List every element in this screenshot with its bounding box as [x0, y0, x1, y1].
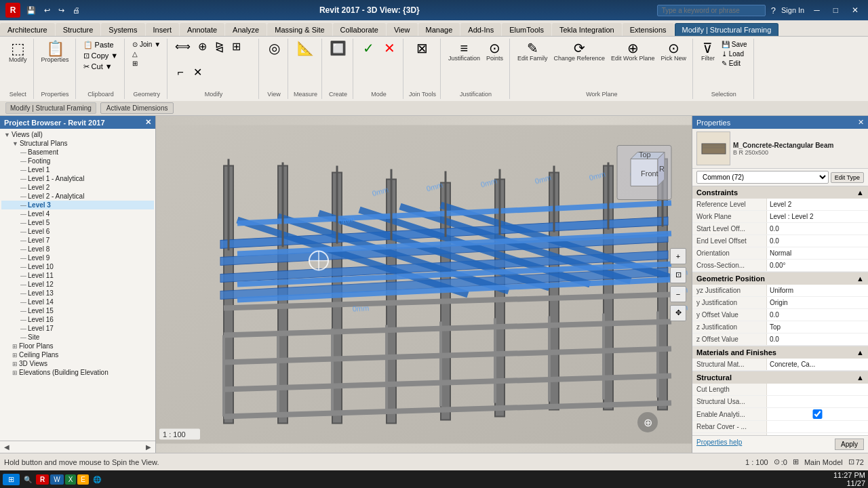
mirror-btn[interactable]: ⧎ — [212, 40, 226, 54]
pick-new-btn[interactable]: ⊙ Pick New — [658, 40, 688, 63]
geometry-btn2[interactable]: △ — [130, 49, 163, 58]
undo-btn[interactable]: ↩ — [42, 5, 52, 16]
tree-item-level7[interactable]: — Level 7 — [1, 236, 154, 245]
create-btn[interactable]: 🔲 — [328, 40, 349, 56]
edit-workplane-btn[interactable]: ⊕ Edit Work Plane — [609, 40, 656, 63]
zoom-out-btn[interactable]: − — [670, 286, 686, 302]
close-btn[interactable]: ✕ — [848, 4, 863, 16]
tree-item-level13[interactable]: — Level 13 — [1, 289, 154, 298]
load-selection-btn[interactable]: ⤓ Load — [719, 49, 749, 58]
reference-level-value[interactable]: Level 2 — [767, 199, 868, 210]
tab-tekla[interactable]: Tekla Integration — [552, 23, 622, 36]
pb-close-btn[interactable]: ✕ — [145, 118, 151, 127]
trim-btn[interactable]: ⌐ — [173, 66, 188, 79]
common-count-dropdown[interactable]: Common (72) — [696, 171, 829, 184]
start-button[interactable]: ⊞ — [3, 474, 20, 485]
materials-header[interactable]: Materials and Finishes ▲ — [692, 346, 868, 359]
cross-section-value[interactable]: 0.00° — [767, 260, 868, 271]
tree-item-level10[interactable]: — Level 10 — [1, 262, 154, 271]
edit-type-btn[interactable]: Edit Type — [831, 172, 864, 183]
tree-item-level4[interactable]: — Level 4 — [1, 209, 154, 218]
tab-elumtools[interactable]: ElumTools — [502, 23, 551, 36]
yz-justification-value[interactable]: Uniform — [767, 285, 868, 296]
join-btn[interactable]: ⊙ Join ▼ — [130, 40, 163, 49]
tree-item-basement[interactable]: — Basement — [1, 148, 154, 157]
tree-item-structural-plans[interactable]: ▼ Structural Plans — [1, 139, 154, 148]
taskbar-search[interactable]: 🔍 — [21, 474, 35, 485]
split-btn[interactable]: ✕ — [190, 66, 205, 79]
modify-btn[interactable]: ⬚ Modify — [7, 40, 29, 64]
taskbar-explorer[interactable]: E — [77, 474, 89, 485]
cut-btn[interactable]: ✂ Cut ▼ — [81, 62, 121, 72]
tree-item-level17[interactable]: — Level 17 — [1, 324, 154, 333]
y-justification-value[interactable]: Origin — [767, 297, 868, 308]
taskbar-revit[interactable]: R — [36, 474, 49, 485]
zoom-fit-btn[interactable]: ⊡ — [670, 267, 686, 283]
offset-btn[interactable]: ⊕ — [195, 40, 210, 54]
tab-insert[interactable]: Insert — [146, 23, 180, 36]
tree-item-3d-views[interactable]: ⊞ 3D Views — [1, 359, 154, 368]
tree-item-floor-plans[interactable]: ⊞ Floor Plans — [1, 342, 154, 350]
geometry-btn3[interactable]: ⊞ — [130, 59, 163, 68]
structural-header[interactable]: Structural ▲ — [692, 371, 868, 384]
align-btn[interactable]: ⟺ — [173, 40, 193, 54]
filter-btn[interactable]: ⊽ Filter — [698, 40, 717, 63]
tab-massing[interactable]: Massing & Site — [267, 23, 332, 36]
tree-item-elevations[interactable]: ⊞ Elevations (Building Elevation — [1, 368, 154, 377]
edit-family-btn[interactable]: ✎ Edit Family — [515, 40, 550, 63]
jointools-btn[interactable]: ⊠ — [413, 40, 432, 56]
pp-close-btn[interactable]: ✕ — [858, 118, 864, 127]
tab-extensions[interactable]: Extensions — [623, 23, 674, 36]
array-btn[interactable]: ⊞ — [229, 40, 243, 54]
paste-btn[interactable]: 📋 Paste — [81, 40, 121, 50]
tab-manage[interactable]: Manage — [418, 23, 460, 36]
orientation-value[interactable]: Normal — [767, 247, 868, 259]
tab-addins[interactable]: Add-Ins — [460, 23, 501, 36]
breadcrumb-modify[interactable]: Modify | Structural Framing — [5, 102, 96, 114]
search-input[interactable] — [657, 5, 766, 16]
taskbar-word[interactable]: W — [50, 474, 63, 485]
properties-help-link[interactable]: Properties help — [696, 439, 742, 450]
start-level-value[interactable]: 0.0 — [767, 223, 868, 235]
enable-analytic-checkbox[interactable] — [770, 409, 865, 419]
z-justification-value[interactable]: Top — [767, 321, 868, 333]
tree-item-level2[interactable]: — Level 2 — [1, 183, 154, 192]
help-icon[interactable]: ? — [771, 5, 776, 16]
properties-apply-btn[interactable]: Apply — [835, 439, 864, 450]
tree-item-level12[interactable]: — Level 12 — [1, 280, 154, 289]
change-reference-btn[interactable]: ⟳ Change Reference — [551, 40, 607, 63]
tab-systems[interactable]: Systems — [101, 23, 144, 36]
tree-item-site[interactable]: — Site — [1, 333, 154, 342]
maximize-btn[interactable]: □ — [829, 4, 842, 16]
tree-item-level15[interactable]: — Level 15 — [1, 306, 154, 315]
save-selection-btn[interactable]: 💾 Save — [719, 40, 749, 49]
tree-item-level1-analytical[interactable]: — Level 1 - Analytical — [1, 174, 154, 183]
enable-analytic-value[interactable] — [767, 408, 868, 420]
tree-item-footing[interactable]: — Footing — [1, 157, 154, 165]
tab-annotate[interactable]: Annotate — [180, 23, 224, 36]
tab-structure[interactable]: Structure — [56, 23, 101, 36]
tree-item-views-all[interactable]: ▼ Views (all) — [1, 130, 154, 139]
pb-prev-btn[interactable]: ◀ — [1, 443, 12, 451]
justification-btn[interactable]: ≡ Justification — [446, 40, 482, 63]
tree-item-level14[interactable]: — Level 14 — [1, 298, 154, 306]
zoom-in-btn[interactable]: + — [670, 248, 686, 264]
tab-architecture[interactable]: Architecture — [0, 23, 55, 36]
tree-item-level5[interactable]: — Level 5 — [1, 218, 154, 227]
structural-mat-value[interactable]: Concrete, Ca... — [767, 359, 868, 370]
tree-item-level3[interactable]: — Level 3 — [1, 201, 154, 209]
edit-selection-btn[interactable]: ✎ Edit — [719, 59, 749, 68]
tree-item-level6[interactable]: — Level 6 — [1, 227, 154, 236]
pan-btn[interactable]: ✥ — [670, 305, 686, 321]
tab-modify-structural[interactable]: Modify | Structural Framing — [675, 23, 779, 36]
pb-next-btn[interactable]: ▶ — [143, 443, 154, 451]
tree-item-level1[interactable]: — Level 1 — [1, 165, 154, 174]
redo-btn[interactable]: ↪ — [56, 5, 66, 16]
tree-item-level16[interactable]: — Level 16 — [1, 315, 154, 324]
properties-ribbon-btn[interactable]: 📋 Properties — [39, 40, 71, 64]
measure-btn[interactable]: 📐 — [295, 40, 316, 56]
tree-item-ceiling-plans[interactable]: ⊞ Ceiling Plans — [1, 350, 154, 359]
end-level-value[interactable]: 0.0 — [767, 235, 868, 247]
tree-item-level11[interactable]: — Level 11 — [1, 271, 154, 280]
finish-mode-btn[interactable]: ✓ — [359, 40, 378, 56]
